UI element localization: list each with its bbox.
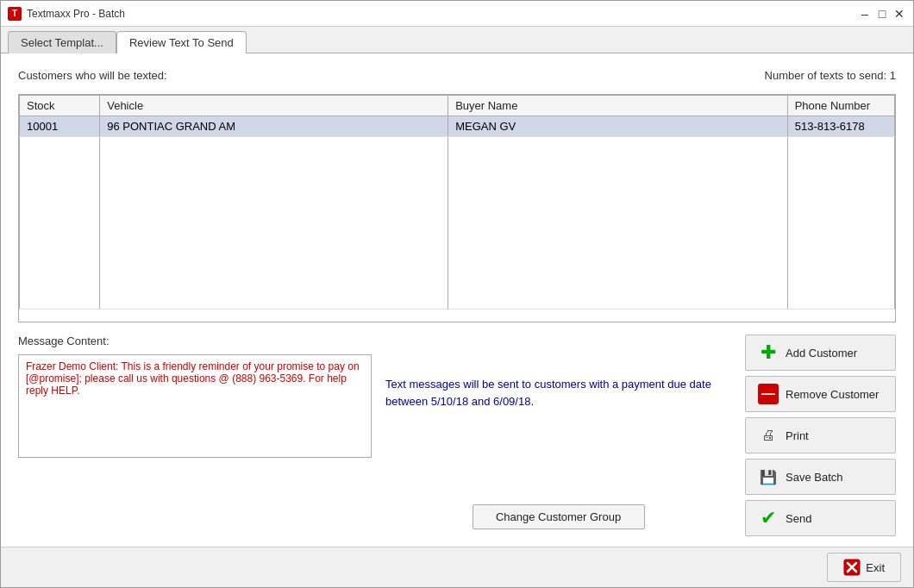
cell-buyer: MEGAN GV <box>448 116 788 137</box>
minimize-button[interactable]: – <box>858 7 872 21</box>
printer-icon: 🖨 <box>758 425 779 446</box>
minus-icon: — <box>758 384 779 404</box>
plus-icon: ✚ <box>758 342 779 363</box>
col-header-stock: Stock <box>20 96 100 116</box>
action-buttons: ✚ Add Customer — Remove Customer 🖨 Print… <box>745 335 896 536</box>
customers-label: Customers who will be texted: <box>18 69 167 82</box>
window-title: Textmaxx Pro - Batch <box>27 8 125 20</box>
cell-stock: 10001 <box>20 116 100 137</box>
checkmark-icon: ✔ <box>758 508 779 529</box>
col-header-phone: Phone Number <box>787 96 894 116</box>
save-batch-button[interactable]: 💾 Save Batch <box>745 459 896 495</box>
col-header-buyer: Buyer Name <box>448 96 788 116</box>
app-icon: T <box>8 7 22 21</box>
main-content: Customers who will be texted: Number of … <box>1 53 913 547</box>
message-textarea[interactable] <box>18 354 372 458</box>
customer-table-wrapper: Stock Vehicle Buyer Name Phone Number 10… <box>18 94 896 322</box>
table-header-row: Stock Vehicle Buyer Name Phone Number <box>20 96 895 116</box>
titlebar: T Textmaxx Pro - Batch – □ ✕ <box>1 1 913 27</box>
cell-vehicle: 96 PONTIAC GRAND AM <box>100 116 448 137</box>
bottom-section: Message Content: Text messages will be s… <box>18 335 896 536</box>
message-label: Message Content: <box>18 335 372 347</box>
tab-select-template[interactable]: Select Templat... <box>8 31 116 53</box>
window-controls: – □ ✕ <box>858 7 906 21</box>
exit-button[interactable]: Exit <box>827 553 901 582</box>
main-window: T Textmaxx Pro - Batch – □ ✕ Select Temp… <box>0 0 914 588</box>
header-row: Customers who will be texted: Number of … <box>18 69 896 82</box>
info-text: Text messages will be sent to customers … <box>385 376 731 410</box>
table-row[interactable]: 10001 96 PONTIAC GRAND AM MEGAN GV 513-8… <box>20 116 895 137</box>
close-button[interactable]: ✕ <box>892 7 906 21</box>
titlebar-left: T Textmaxx Pro - Batch <box>8 7 125 21</box>
tabbar: Select Templat... Review Text To Send <box>1 27 913 53</box>
cell-phone: 513-813-6178 <box>787 116 894 137</box>
maximize-button[interactable]: □ <box>875 7 889 21</box>
print-button[interactable]: 🖨 Print <box>745 417 896 454</box>
send-button[interactable]: ✔ Send <box>745 500 896 536</box>
left-bottom: Message Content: <box>18 335 372 536</box>
remove-customer-button[interactable]: — Remove Customer <box>745 376 896 412</box>
tab-review-text[interactable]: Review Text To Send <box>116 31 247 53</box>
empty-row <box>20 137 895 310</box>
add-customer-button[interactable]: ✚ Add Customer <box>745 335 896 371</box>
middle-bottom: Text messages will be sent to customers … <box>385 335 731 536</box>
save-icon: 💾 <box>758 466 779 487</box>
customer-table: Stock Vehicle Buyer Name Phone Number 10… <box>19 95 895 310</box>
change-customer-group-button[interactable]: Change Customer Group <box>473 504 645 529</box>
texts-count: Number of texts to send: 1 <box>765 69 896 82</box>
col-header-vehicle: Vehicle <box>100 96 448 116</box>
footer: Exit <box>1 547 913 587</box>
exit-icon <box>843 559 861 576</box>
